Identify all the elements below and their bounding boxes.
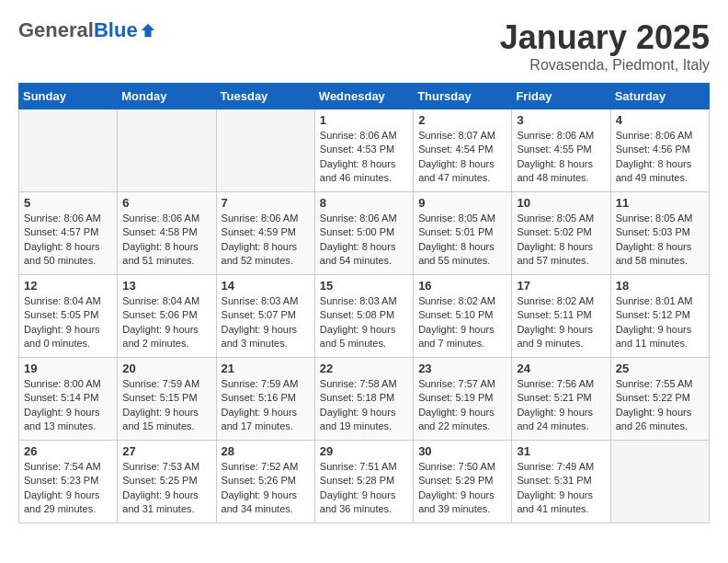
calendar-cell: 1Sunrise: 8:06 AM Sunset: 4:53 PM Daylig… <box>314 109 413 192</box>
day-info: Sunrise: 7:53 AM Sunset: 5:25 PM Dayligh… <box>122 460 210 517</box>
calendar-cell: 4Sunrise: 8:06 AM Sunset: 4:56 PM Daylig… <box>610 109 709 192</box>
day-info: Sunrise: 8:02 AM Sunset: 5:10 PM Dayligh… <box>418 294 506 351</box>
calendar-cell: 6Sunrise: 8:06 AM Sunset: 4:58 PM Daylig… <box>118 192 216 275</box>
calendar-cell <box>118 109 216 192</box>
logo-icon <box>140 22 156 39</box>
calendar-cell: 26Sunrise: 7:54 AM Sunset: 5:23 PM Dayli… <box>19 441 118 523</box>
day-number: 31 <box>517 444 605 458</box>
day-number: 11 <box>616 196 704 210</box>
day-info: Sunrise: 8:05 AM Sunset: 5:02 PM Dayligh… <box>517 212 605 269</box>
day-number: 25 <box>616 362 704 375</box>
weekday-header: Thursday <box>414 84 512 109</box>
calendar-cell <box>610 441 709 523</box>
calendar-cell: 7Sunrise: 8:06 AM Sunset: 4:59 PM Daylig… <box>216 192 314 275</box>
day-info: Sunrise: 7:51 AM Sunset: 5:28 PM Dayligh… <box>320 460 408 517</box>
calendar-cell: 24Sunrise: 7:56 AM Sunset: 5:21 PM Dayli… <box>512 358 610 441</box>
day-info: Sunrise: 7:57 AM Sunset: 5:19 PM Dayligh… <box>418 377 506 434</box>
weekday-header: Tuesday <box>216 84 314 109</box>
day-number: 27 <box>122 444 210 458</box>
day-info: Sunrise: 7:50 AM Sunset: 5:29 PM Dayligh… <box>418 460 506 517</box>
calendar-cell: 2Sunrise: 8:07 AM Sunset: 4:54 PM Daylig… <box>414 109 512 192</box>
calendar-cell: 15Sunrise: 8:03 AM Sunset: 5:08 PM Dayli… <box>314 275 413 358</box>
month-title: January 2025 <box>500 18 710 57</box>
calendar-cell: 28Sunrise: 7:52 AM Sunset: 5:26 PM Dayli… <box>216 441 314 523</box>
day-number: 19 <box>24 362 112 375</box>
day-number: 12 <box>24 279 112 293</box>
calendar-table: SundayMondayTuesdayWednesdayThursdayFrid… <box>18 83 710 523</box>
calendar-cell: 22Sunrise: 7:58 AM Sunset: 5:18 PM Dayli… <box>314 358 413 441</box>
day-number: 21 <box>222 362 310 375</box>
logo-general-text: General <box>18 18 94 42</box>
weekday-header: Saturday <box>610 84 709 109</box>
day-number: 9 <box>418 196 506 210</box>
day-number: 29 <box>320 444 408 458</box>
calendar-cell: 3Sunrise: 8:06 AM Sunset: 4:55 PM Daylig… <box>512 109 610 192</box>
calendar-cell: 18Sunrise: 8:01 AM Sunset: 5:12 PM Dayli… <box>610 275 709 358</box>
calendar-cell: 29Sunrise: 7:51 AM Sunset: 5:28 PM Dayli… <box>314 441 413 523</box>
calendar-week-row: 1Sunrise: 8:06 AM Sunset: 4:53 PM Daylig… <box>19 109 710 192</box>
day-number: 16 <box>418 279 506 293</box>
calendar-week-row: 12Sunrise: 8:04 AM Sunset: 5:05 PM Dayli… <box>19 275 710 358</box>
day-number: 14 <box>222 279 310 293</box>
calendar-week-row: 19Sunrise: 8:00 AM Sunset: 5:14 PM Dayli… <box>19 358 710 441</box>
day-number: 1 <box>320 113 408 127</box>
day-number: 18 <box>616 279 704 293</box>
calendar-week-row: 26Sunrise: 7:54 AM Sunset: 5:23 PM Dayli… <box>19 441 710 523</box>
day-info: Sunrise: 8:00 AM Sunset: 5:14 PM Dayligh… <box>24 377 112 434</box>
day-info: Sunrise: 8:06 AM Sunset: 4:55 PM Dayligh… <box>517 129 605 186</box>
day-info: Sunrise: 7:55 AM Sunset: 5:22 PM Dayligh… <box>616 377 704 434</box>
day-number: 13 <box>122 279 210 293</box>
title-block: January 2025 Rovasenda, Piedmont, Italy <box>500 18 710 74</box>
day-info: Sunrise: 7:56 AM Sunset: 5:21 PM Dayligh… <box>517 377 605 434</box>
calendar-cell: 17Sunrise: 8:02 AM Sunset: 5:11 PM Dayli… <box>512 275 610 358</box>
calendar-cell: 10Sunrise: 8:05 AM Sunset: 5:02 PM Dayli… <box>512 192 610 275</box>
day-info: Sunrise: 8:06 AM Sunset: 4:53 PM Dayligh… <box>320 129 408 186</box>
calendar-cell: 8Sunrise: 8:06 AM Sunset: 5:00 PM Daylig… <box>314 192 413 275</box>
calendar-cell: 12Sunrise: 8:04 AM Sunset: 5:05 PM Dayli… <box>19 275 118 358</box>
day-info: Sunrise: 8:06 AM Sunset: 4:57 PM Dayligh… <box>24 212 112 269</box>
day-number: 8 <box>320 196 408 210</box>
calendar-cell: 31Sunrise: 7:49 AM Sunset: 5:31 PM Dayli… <box>512 441 610 523</box>
page-header: GeneralBlue January 2025 Rovasenda, Pied… <box>18 18 710 74</box>
calendar-cell: 30Sunrise: 7:50 AM Sunset: 5:29 PM Dayli… <box>414 441 512 523</box>
day-number: 23 <box>418 362 506 375</box>
day-number: 6 <box>122 196 210 210</box>
calendar-cell: 16Sunrise: 8:02 AM Sunset: 5:10 PM Dayli… <box>414 275 512 358</box>
day-info: Sunrise: 8:03 AM Sunset: 5:07 PM Dayligh… <box>222 294 310 351</box>
weekday-header-row: SundayMondayTuesdayWednesdayThursdayFrid… <box>19 84 710 109</box>
calendar-week-row: 5Sunrise: 8:06 AM Sunset: 4:57 PM Daylig… <box>19 192 710 275</box>
day-number: 5 <box>24 196 112 210</box>
day-info: Sunrise: 8:03 AM Sunset: 5:08 PM Dayligh… <box>320 294 408 351</box>
day-number: 3 <box>517 113 605 127</box>
day-info: Sunrise: 7:59 AM Sunset: 5:16 PM Dayligh… <box>222 377 310 434</box>
day-info: Sunrise: 8:06 AM Sunset: 4:59 PM Dayligh… <box>222 212 310 269</box>
day-info: Sunrise: 7:49 AM Sunset: 5:31 PM Dayligh… <box>517 460 605 517</box>
day-number: 22 <box>320 362 408 375</box>
day-info: Sunrise: 7:59 AM Sunset: 5:15 PM Dayligh… <box>122 377 210 434</box>
day-number: 15 <box>320 279 408 293</box>
day-info: Sunrise: 8:02 AM Sunset: 5:11 PM Dayligh… <box>517 294 605 351</box>
calendar-cell: 13Sunrise: 8:04 AM Sunset: 5:06 PM Dayli… <box>118 275 216 358</box>
calendar-cell <box>19 109 118 192</box>
day-info: Sunrise: 8:06 AM Sunset: 4:56 PM Dayligh… <box>616 129 704 186</box>
calendar-cell: 11Sunrise: 8:05 AM Sunset: 5:03 PM Dayli… <box>610 192 709 275</box>
calendar-cell <box>216 109 314 192</box>
day-number: 4 <box>616 113 704 127</box>
day-info: Sunrise: 8:06 AM Sunset: 5:00 PM Dayligh… <box>320 212 408 269</box>
day-info: Sunrise: 7:52 AM Sunset: 5:26 PM Dayligh… <box>222 460 310 517</box>
weekday-header: Sunday <box>19 84 118 109</box>
day-number: 2 <box>418 113 506 127</box>
day-info: Sunrise: 8:04 AM Sunset: 5:05 PM Dayligh… <box>24 294 112 351</box>
calendar-cell: 23Sunrise: 7:57 AM Sunset: 5:19 PM Dayli… <box>414 358 512 441</box>
day-info: Sunrise: 8:04 AM Sunset: 5:06 PM Dayligh… <box>122 294 210 351</box>
day-info: Sunrise: 8:06 AM Sunset: 4:58 PM Dayligh… <box>122 212 210 269</box>
day-number: 26 <box>24 444 112 458</box>
calendar-cell: 14Sunrise: 8:03 AM Sunset: 5:07 PM Dayli… <box>216 275 314 358</box>
calendar-cell: 19Sunrise: 8:00 AM Sunset: 5:14 PM Dayli… <box>19 358 118 441</box>
weekday-header: Monday <box>118 84 216 109</box>
calendar-cell: 5Sunrise: 8:06 AM Sunset: 4:57 PM Daylig… <box>19 192 118 275</box>
calendar-cell: 27Sunrise: 7:53 AM Sunset: 5:25 PM Dayli… <box>118 441 216 523</box>
calendar-cell: 25Sunrise: 7:55 AM Sunset: 5:22 PM Dayli… <box>610 358 709 441</box>
calendar-cell: 21Sunrise: 7:59 AM Sunset: 5:16 PM Dayli… <box>216 358 314 441</box>
location-title: Rovasenda, Piedmont, Italy <box>500 57 710 74</box>
